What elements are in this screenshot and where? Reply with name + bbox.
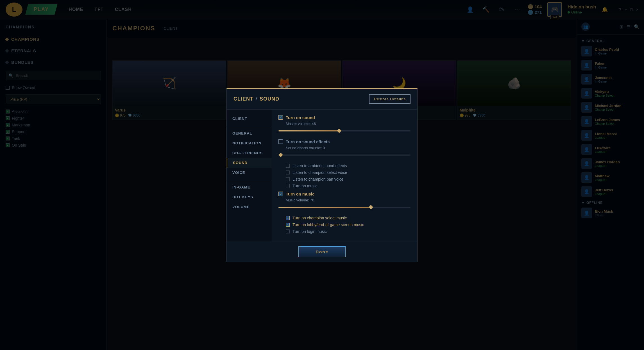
champ-select-voice-label: Listen to champion select voice: [292, 170, 347, 175]
champ-select-music-option: ✓ Turn on champion select music: [286, 216, 411, 220]
modal-title: CLIENT / SOUND: [233, 96, 279, 102]
nav-divider-1: [227, 126, 272, 126]
music-slider-thumb[interactable]: [369, 205, 373, 210]
champ-ban-voice-label: Listen to champion ban voice: [292, 177, 343, 181]
modal-overlay: CLIENT / SOUND Restore Defaults CLIENT G…: [0, 0, 644, 350]
music-slider-fill: [278, 207, 371, 208]
music-sound-label[interactable]: Turn on music: [286, 192, 314, 196]
nav-item-hot-keys[interactable]: HOT KEYS: [227, 192, 272, 202]
nav-item-notification[interactable]: NOTIFICATION: [227, 138, 272, 148]
effects-sound-option: Turn on sound effects: [278, 139, 411, 144]
turn-on-music-sub-checkbox[interactable]: [286, 184, 290, 188]
settings-modal: CLIENT / SOUND Restore Defaults CLIENT G…: [226, 88, 418, 262]
champ-select-music-checkbox[interactable]: ✓: [286, 216, 290, 220]
music-sub-options: ✓ Turn on champion select music ✓ Turn o…: [286, 216, 411, 234]
effects-volume-slider[interactable]: [278, 152, 411, 158]
music-volume-text: Music volume: 70: [286, 198, 411, 202]
turn-on-music-sub-label: Turn on music: [292, 184, 317, 188]
effects-slider-track: [278, 154, 411, 156]
master-sound-label[interactable]: Turn on sound: [286, 115, 315, 120]
modal-title-prefix: CLIENT: [233, 96, 253, 102]
champ-ban-voice-option: Listen to champion ban voice: [286, 177, 411, 181]
music-sound-checkbox[interactable]: [278, 192, 283, 196]
modal-title-separator: /: [256, 96, 257, 102]
effects-sound-label[interactable]: Turn on sound effects: [286, 139, 330, 144]
ambient-checkbox[interactable]: [286, 164, 290, 168]
effects-sound-section: Turn on sound effects Sound effects volu…: [278, 139, 411, 158]
modal-body: CLIENT GENERAL NOTIFICATION CHAT/FRIENDS…: [227, 110, 417, 242]
champ-select-music-label: Turn on champion select music: [292, 216, 347, 220]
modal-nav: CLIENT GENERAL NOTIFICATION CHAT/FRIENDS…: [227, 110, 272, 242]
lobby-music-label: Turn on lobby/end-of-game screen music: [292, 222, 364, 227]
champ-select-voice-checkbox[interactable]: [286, 171, 290, 174]
login-music-option: Turn on login music: [286, 229, 411, 234]
nav-item-client[interactable]: CLIENT: [227, 114, 272, 124]
lobby-music-checkbox[interactable]: ✓: [286, 223, 290, 227]
music-slider-track: [278, 207, 411, 208]
nav-item-sound[interactable]: SOUND: [227, 158, 272, 168]
master-sound-checkbox[interactable]: [278, 115, 283, 120]
master-sound-section: Turn on sound Master volume: 46: [278, 115, 411, 134]
nav-item-general[interactable]: GENERAL: [227, 128, 272, 138]
master-volume-slider[interactable]: [278, 128, 411, 134]
nav-item-in-game[interactable]: IN-GAME: [227, 182, 272, 192]
login-music-checkbox[interactable]: [286, 229, 290, 233]
ambient-label: Listen to ambient sound effects: [292, 163, 347, 168]
master-slider-fill: [278, 130, 339, 131]
nav-item-chat-friends[interactable]: CHAT/FRIENDS: [227, 148, 272, 158]
login-music-label: Turn on login music: [292, 229, 327, 234]
master-sound-option: Turn on sound: [278, 115, 411, 120]
modal-content: Turn on sound Master volume: 46 Turn: [272, 110, 417, 242]
music-volume-slider[interactable]: [278, 204, 411, 210]
effects-sound-checkbox[interactable]: [278, 139, 283, 144]
restore-defaults-button[interactable]: Restore Defaults: [369, 94, 411, 104]
master-slider-thumb[interactable]: [337, 129, 341, 133]
ambient-sound-option: Listen to ambient sound effects: [286, 163, 411, 168]
nav-divider-2: [227, 180, 272, 180]
master-slider-track: [278, 130, 411, 131]
music-sound-section: Turn on music Music volume: 70: [278, 192, 411, 210]
lobby-music-option: ✓ Turn on lobby/end-of-game screen music: [286, 222, 411, 227]
effects-sub-options: Listen to ambient sound effects Listen t…: [286, 163, 411, 188]
effects-volume-text: Sound effects volume: 0: [286, 146, 411, 150]
nav-item-voice[interactable]: VOICE: [227, 168, 272, 178]
nav-item-volume[interactable]: VOLUME: [227, 202, 272, 212]
champ-select-voice-option: Listen to champion select voice: [286, 170, 411, 175]
modal-footer: Done: [227, 242, 417, 262]
master-volume-text: Master volume: 46: [286, 122, 411, 126]
turn-on-music-sub-option: Turn on music: [286, 184, 411, 188]
done-button[interactable]: Done: [298, 246, 346, 257]
effects-slider-thumb[interactable]: [278, 153, 283, 157]
music-sound-option: Turn on music: [278, 192, 411, 196]
champ-ban-voice-checkbox[interactable]: [286, 177, 290, 181]
modal-title-section: SOUND: [260, 96, 279, 102]
modal-header: CLIENT / SOUND Restore Defaults: [227, 89, 417, 110]
